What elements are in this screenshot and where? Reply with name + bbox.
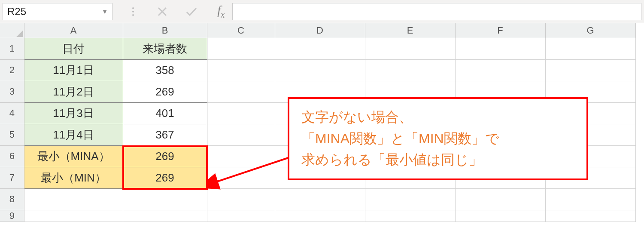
row-header-1[interactable]: 1 [0,38,24,59]
cell-A9[interactable] [24,210,123,222]
cell-D9[interactable] [275,210,365,222]
cell-B1[interactable]: 来場者数 [123,38,207,59]
annotation-line1: 文字がない場合、 [301,107,574,128]
enter-icon [183,3,200,20]
row-header-7[interactable]: 7 [0,167,24,188]
row-header-9[interactable]: 9 [0,210,24,222]
col-header-D[interactable]: D [275,23,365,38]
cell-A3[interactable]: 11月2日 [24,81,123,102]
row-header-3[interactable]: 3 [0,81,24,102]
cell-B2[interactable]: 358 [123,59,207,81]
cell-C5[interactable] [207,124,275,145]
cell-C3[interactable] [207,81,275,102]
col-header-C[interactable]: C [207,23,275,38]
cell-B9[interactable] [123,210,207,222]
cell-A2[interactable]: 11月1日 [24,59,123,81]
cell-F8[interactable] [455,188,545,210]
annotation-callout: 文字がない場合、 「MINA関数」と「MIN関数」で 求められる「最小値は同じ」 [288,97,588,180]
formula-input[interactable] [232,3,641,20]
col-header-B[interactable]: B [123,23,207,38]
col-header-A[interactable]: A [24,23,123,38]
spreadsheet-grid: A B C D E F G 1 日付 来場者数 2 11月1日 358 [0,23,644,222]
cell-B5[interactable]: 367 [123,124,207,145]
svg-point-0 [132,7,134,9]
fx-icon[interactable]: fx [217,3,225,20]
cell-C8[interactable] [207,188,275,210]
cell-C2[interactable] [207,59,275,81]
name-box[interactable]: R25 ▼ [3,3,112,20]
cell-C6[interactable] [207,145,275,167]
svg-point-1 [132,11,134,12]
annotation-line2: 「MINA関数」と「MIN関数」で [301,128,574,150]
cell-E2[interactable] [365,59,455,81]
cell-B8[interactable] [123,188,207,210]
annotation-line3: 求められる「最小値は同じ」 [301,149,574,171]
cell-C4[interactable] [207,102,275,124]
row-header-2[interactable]: 2 [0,59,24,81]
cancel-icon [154,3,171,20]
cell-F9[interactable] [455,210,545,222]
cell-G9[interactable] [545,210,635,222]
cell-A4[interactable]: 11月3日 [24,102,123,124]
cell-A5[interactable]: 11月4日 [24,124,123,145]
cell-D8[interactable] [275,188,365,210]
cell-E1[interactable] [365,38,455,59]
cell-A8[interactable] [24,188,123,210]
col-header-G[interactable]: G [545,23,635,38]
cell-E8[interactable] [365,188,455,210]
name-box-value: R25 [7,6,26,18]
cell-G8[interactable] [545,188,635,210]
cell-A1[interactable]: 日付 [24,38,123,59]
row-header-8[interactable]: 8 [0,188,24,210]
cell-F1[interactable] [455,38,545,59]
col-header-F[interactable]: F [455,23,545,38]
row-header-4[interactable]: 4 [0,102,24,124]
svg-point-2 [132,14,134,16]
cell-D2[interactable] [275,59,365,81]
cell-C7[interactable] [207,167,275,188]
cell-B3[interactable]: 269 [123,81,207,102]
svg-marker-5 [16,30,23,37]
formula-bar-buttons: fx [115,3,225,20]
formula-bar: R25 ▼ fx [0,0,644,23]
cell-C9[interactable] [207,210,275,222]
cell-C1[interactable] [207,38,275,59]
cell-B4[interactable]: 401 [123,102,207,124]
cell-G1[interactable] [545,38,635,59]
chevron-down-icon[interactable]: ▼ [102,8,108,15]
col-header-E[interactable]: E [365,23,455,38]
cell-A7[interactable]: 最小（MIN） [24,167,123,188]
cell-G2[interactable] [545,59,635,81]
select-all-corner[interactable] [0,23,24,38]
separator-icon [125,3,142,20]
row-header-6[interactable]: 6 [0,145,24,167]
cell-A6[interactable]: 最小（MINA） [24,145,123,167]
cell-F2[interactable] [455,59,545,81]
row-header-5[interactable]: 5 [0,124,24,145]
cell-B7[interactable]: 269 [123,167,207,188]
cell-B6[interactable]: 269 [123,145,207,167]
cell-E9[interactable] [365,210,455,222]
cell-D1[interactable] [275,38,365,59]
